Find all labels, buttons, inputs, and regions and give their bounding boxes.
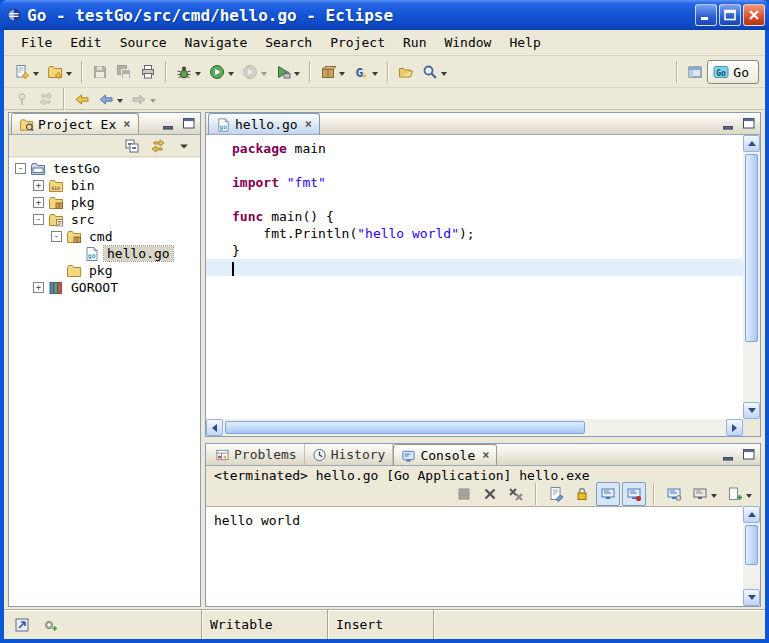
menu-help[interactable]: Help — [500, 33, 549, 52]
go-file-icon: go — [84, 246, 100, 262]
open-resource-button[interactable] — [394, 60, 418, 84]
show-stderr-button[interactable] — [622, 482, 646, 506]
tree-expander-icon[interactable]: - — [51, 231, 62, 242]
tab-project-ex[interactable]: Project Ex× — [11, 113, 139, 134]
remove-all-launches-button[interactable] — [504, 482, 528, 506]
menu-window[interactable]: Window — [435, 33, 500, 52]
tree-item-pkg[interactable]: pkg — [9, 262, 200, 279]
tab-console[interactable]: Console× — [393, 444, 497, 465]
back-button[interactable] — [94, 87, 127, 111]
close-tab-icon[interactable]: × — [482, 448, 489, 462]
code-token: "fmt" — [287, 175, 326, 190]
open-console-button[interactable] — [723, 482, 756, 506]
tree-expander-icon[interactable]: - — [33, 214, 44, 225]
project-tree[interactable]: -testGo+010bin+pkg-src-cmdgohello.gopkg+… — [9, 158, 200, 606]
editor-hscrollbar[interactable] — [206, 419, 743, 436]
save-button — [88, 60, 112, 84]
maximize-view-button[interactable] — [740, 116, 757, 132]
scrollbar-thumb[interactable] — [225, 421, 585, 434]
scroll-up-button[interactable] — [743, 135, 760, 152]
console-info-bar: <terminated> hello.go [Go Application] h… — [206, 466, 760, 506]
show-stdout-button[interactable] — [596, 482, 620, 506]
tree-item-hello-go[interactable]: gohello.go — [9, 245, 200, 262]
tree-item-cmd[interactable]: -cmd — [9, 228, 200, 245]
maximize-window-button[interactable] — [719, 4, 741, 26]
console-view: ProblemsHistoryConsole× <terminated> hel… — [205, 443, 761, 607]
new-wizard-button[interactable] — [10, 60, 43, 84]
collapse-all-button[interactable] — [120, 136, 144, 156]
fast-view-button[interactable] — [10, 613, 34, 637]
close-tab-icon[interactable]: × — [305, 117, 312, 131]
menu-search[interactable]: Search — [256, 33, 321, 52]
link-with-editor-button[interactable] — [146, 136, 170, 156]
editor-vscrollbar[interactable] — [743, 135, 760, 419]
maximize-view-button[interactable] — [180, 116, 197, 132]
tree-item-bin[interactable]: +010bin — [9, 177, 200, 194]
new-go-package-button[interactable] — [316, 60, 349, 84]
menu-edit[interactable]: Edit — [61, 33, 110, 52]
scroll-lock-button[interactable] — [570, 482, 594, 506]
forward-button — [127, 87, 160, 111]
minimize-view-button[interactable] — [160, 116, 177, 132]
tree-item-pkg[interactable]: +pkg — [9, 194, 200, 211]
view-menu-button[interactable] — [172, 136, 196, 156]
minimize-window-button[interactable] — [695, 4, 717, 26]
tab-history[interactable]: History — [305, 444, 394, 465]
minimize-view-button[interactable] — [720, 116, 737, 132]
pin-console-button[interactable] — [662, 482, 686, 506]
scroll-left-button[interactable] — [206, 419, 223, 436]
maximize-view-button[interactable] — [740, 447, 757, 463]
save-all-button — [112, 60, 136, 84]
tree-expander-icon[interactable]: + — [33, 197, 44, 208]
clear-console-button[interactable] — [544, 482, 568, 506]
menu-navigate[interactable]: Navigate — [176, 33, 257, 52]
status-trim-area — [4, 610, 201, 639]
close-window-button[interactable] — [743, 4, 765, 26]
scroll-down-button[interactable] — [743, 402, 760, 419]
tab-hello-go[interactable]: gohello.go× — [208, 113, 320, 134]
console-vscrollbar[interactable] — [743, 506, 760, 606]
scroll-right-button[interactable] — [726, 419, 743, 436]
scrollbar-thumb[interactable] — [745, 154, 758, 342]
menu-source[interactable]: Source — [111, 33, 176, 52]
minimize-view-icon — [161, 116, 177, 132]
menu-file[interactable]: File — [12, 33, 61, 52]
tab-problems[interactable]: Problems — [208, 444, 305, 465]
code-area[interactable]: package mainimport "fmt"func main() { fm… — [206, 135, 743, 419]
title-bar[interactable]: Go - testGo/src/cmd/hello.go - Eclipse — [0, 0, 769, 30]
close-tab-icon[interactable]: × — [123, 117, 130, 131]
tree-item-label: pkg — [68, 195, 97, 210]
scrollbar-thumb[interactable] — [745, 525, 758, 565]
search-button[interactable] — [418, 60, 451, 84]
gear-plus-button[interactable] — [38, 613, 62, 637]
terminate-button — [452, 482, 476, 506]
tree-expander-icon[interactable]: + — [33, 180, 44, 191]
tree-expander-icon[interactable]: - — [15, 163, 26, 174]
console-output[interactable]: hello world — [206, 506, 743, 606]
minimize-view-button[interactable] — [720, 447, 737, 463]
debug-icon — [176, 64, 192, 80]
scroll-up-button[interactable] — [743, 506, 760, 523]
external-tools-button[interactable] — [271, 60, 304, 84]
status-cells: WritableInsert — [201, 610, 765, 639]
go-perspective-button[interactable]: Go Go — [707, 60, 759, 84]
tree-item-src[interactable]: -src — [9, 211, 200, 228]
print-button[interactable] — [136, 60, 160, 84]
remove-launch-button[interactable] — [478, 482, 502, 506]
last-edit-location-icon — [74, 91, 90, 107]
explorer-header: Project Ex× — [9, 113, 200, 135]
debug-button[interactable] — [172, 60, 205, 84]
menu-project[interactable]: Project — [321, 33, 394, 52]
display-console-button[interactable] — [688, 482, 721, 506]
last-edit-location-button[interactable] — [70, 87, 94, 111]
scroll-down-button[interactable] — [743, 589, 760, 606]
tree-expander-icon[interactable]: + — [33, 282, 44, 293]
new-go-element-button[interactable] — [43, 60, 76, 84]
toolbar-separator — [63, 88, 65, 110]
tree-item-goroot[interactable]: +GOROOT — [9, 279, 200, 296]
open-perspective-button[interactable] — [683, 60, 707, 84]
menu-run[interactable]: Run — [394, 33, 435, 52]
run-button[interactable] — [205, 60, 238, 84]
tree-item-testgo[interactable]: -testGo — [9, 160, 200, 177]
go-wizard-button[interactable]: G — [349, 60, 382, 84]
